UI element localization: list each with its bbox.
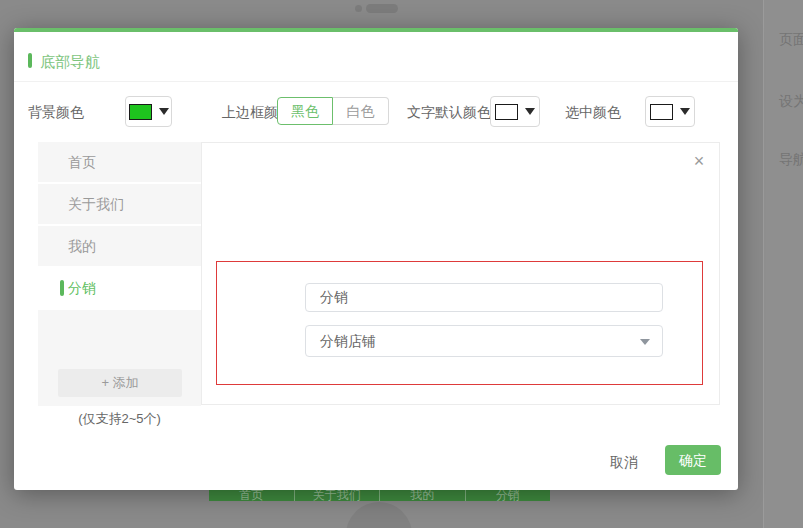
dialog-header: 底部导航 (14, 32, 738, 82)
sidebar-item-home[interactable]: 首页 (38, 142, 201, 182)
confirm-button[interactable]: 确定 (665, 445, 721, 475)
link-page-select[interactable]: 分销店铺 (305, 325, 663, 357)
chevron-down-icon (159, 108, 169, 115)
add-tab-button[interactable]: + 添加 (58, 369, 182, 397)
selected-color-label: 选中颜色 (565, 104, 621, 122)
nav-preview-segment: 我的 (379, 490, 465, 501)
nav-preview-segment: 关于我们 (294, 490, 380, 501)
text-color-picker[interactable] (490, 96, 540, 127)
sidebar-item-mine[interactable]: 我的 (38, 226, 201, 266)
sidebar-item-label: 分销 (68, 280, 96, 296)
sidebar-item-distribution[interactable]: 分销 (38, 268, 201, 308)
background-circle-decoration (346, 502, 412, 528)
nav-preview-segment: 首页 (209, 490, 294, 501)
dialog-title: 底部导航 (40, 53, 100, 72)
background-settings-panel: 页面装 设为模 导航设 (763, 0, 803, 528)
chevron-down-icon (640, 339, 650, 345)
bg-color-swatch (129, 104, 152, 120)
bg-color-picker[interactable] (125, 96, 172, 127)
text-color-swatch (495, 104, 518, 120)
column-name-input[interactable] (305, 283, 663, 312)
nav-preview-segment: 分销 (465, 490, 551, 501)
border-color-black-button[interactable]: 黑色 (277, 97, 333, 125)
background-menu-item: 导航设 (779, 151, 803, 169)
background-menu-item: 页面装 (779, 31, 803, 49)
bottom-nav-preview: 首页 关于我们 我的 分销 (209, 490, 550, 501)
background-toggle-pill (366, 4, 398, 13)
close-icon[interactable]: × (688, 150, 710, 172)
chevron-down-icon (680, 108, 690, 115)
title-accent-bar (28, 53, 32, 68)
selected-color-swatch (650, 104, 673, 120)
border-color-options: 黑色 白色 (277, 97, 389, 125)
selected-color-picker[interactable] (645, 96, 695, 127)
selected-tab-accent-bar (60, 280, 64, 296)
sidebar-filler: + 添加 (38, 310, 201, 406)
chevron-down-icon (525, 108, 535, 115)
nav-items-sidebar: 首页 关于我们 我的 分销 + 添加 (38, 142, 201, 406)
sidebar-item-about[interactable]: 关于我们 (38, 184, 201, 224)
form-highlight-box (216, 261, 703, 385)
background-menu-item: 设为模 (779, 93, 803, 111)
bottom-nav-dialog: 底部导航 背景颜色 上边框颜色 黑色 白色 文字默认颜色 选中颜色 首页 关于我… (14, 28, 738, 490)
link-page-selected-value: 分销店铺 (320, 333, 376, 349)
text-color-label: 文字默认颜色 (407, 104, 491, 122)
tabs-limit-note: (仅支持2~5个) (38, 410, 201, 428)
cancel-button[interactable]: 取消 (606, 452, 642, 474)
bg-color-label: 背景颜色 (28, 104, 84, 122)
background-toggle-dot (355, 5, 362, 12)
border-color-white-button[interactable]: 白色 (333, 97, 389, 125)
